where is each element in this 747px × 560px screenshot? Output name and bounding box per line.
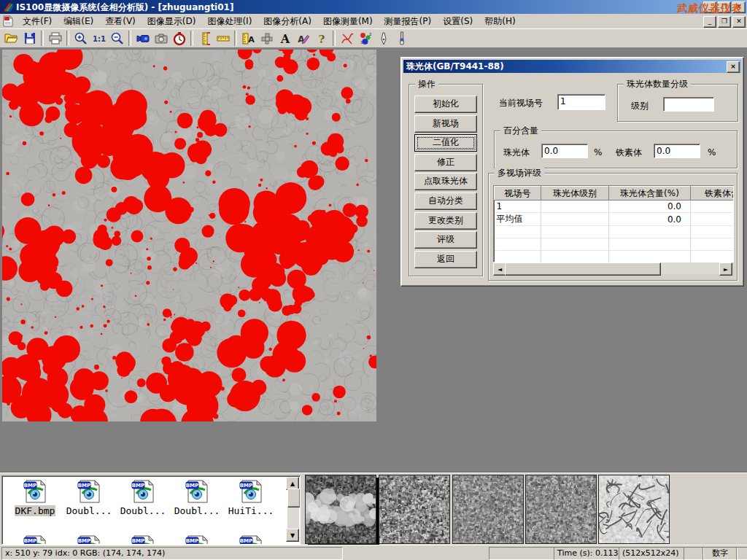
- tile-button[interactable]: [258, 30, 276, 47]
- file-item[interactable]: BMP: [227, 534, 275, 545]
- measure-text-button[interactable]: A: [239, 30, 258, 47]
- child-minimize-button[interactable]: _: [703, 16, 716, 28]
- annotate-icon: A: [296, 31, 311, 46]
- op-button-4[interactable]: 修正: [414, 154, 477, 171]
- window-titlebar[interactable]: IS100显微摄像系统(金相分析版) - [zhuguangti01] _ ❐ …: [0, 0, 747, 14]
- menu-item[interactable]: 编辑(E): [58, 14, 99, 29]
- menu-item[interactable]: 图像处理(I): [201, 14, 258, 29]
- print-button[interactable]: [46, 30, 64, 47]
- pen-button[interactable]: [374, 30, 392, 47]
- table-cell: [691, 251, 735, 263]
- metallographic-image[interactable]: [2, 50, 376, 421]
- table-cell: [691, 226, 735, 238]
- table-row[interactable]: 10.0: [495, 201, 735, 213]
- print-icon: [48, 31, 63, 46]
- file-item[interactable]: BMPDKF.bmp: [11, 479, 59, 516]
- menu-item[interactable]: 查看(V): [99, 14, 142, 29]
- op-button-1[interactable]: 初始化: [414, 96, 477, 113]
- caliper-v-icon: [198, 31, 212, 46]
- rating-table[interactable]: 视场号珠光体级别珠光体含量(%)铁素体含量(%) 10.0平均值0.0: [493, 185, 734, 262]
- column-header: 珠光体含量(%): [609, 187, 691, 201]
- op-button-8[interactable]: 评级: [414, 231, 477, 249]
- zoom-out-icon: [110, 31, 125, 46]
- child-close-button[interactable]: ✕: [732, 16, 746, 28]
- menu-item[interactable]: 帮助(H): [479, 14, 521, 29]
- status-bar: x: 510 y: 79 idx: 0 RGB: (174, 174, 174)…: [0, 545, 747, 560]
- image-thumbnail[interactable]: [452, 475, 524, 544]
- current-field-input[interactable]: 1: [557, 94, 605, 110]
- op-button-7[interactable]: 更改类别: [414, 212, 477, 230]
- restore-button[interactable]: ❐: [718, 1, 731, 13]
- toolbar-separator: [128, 31, 131, 46]
- file-item[interactable]: BMP: [11, 534, 59, 545]
- open-file-button[interactable]: [2, 30, 20, 47]
- pearlite-input[interactable]: 0.0: [541, 144, 588, 158]
- image-thumbnail[interactable]: [379, 475, 450, 544]
- table-row[interactable]: [495, 238, 735, 251]
- menu-item[interactable]: 设置(S): [437, 14, 479, 29]
- menu-item[interactable]: 测量报告(P): [379, 14, 438, 29]
- image-thumbnail[interactable]: [598, 475, 670, 544]
- file-name: DKF.bmp: [15, 505, 56, 516]
- file-list-vscrollbar[interactable]: ▲ ▼: [287, 477, 299, 542]
- op-button-6[interactable]: 自动分类: [414, 192, 477, 210]
- close-button[interactable]: ✕: [732, 1, 746, 13]
- help-button[interactable]: ?: [312, 30, 330, 47]
- timer-button[interactable]: [170, 30, 188, 47]
- brush-button[interactable]: [392, 30, 411, 47]
- count-button[interactable]: 23: [356, 30, 374, 47]
- menu-item[interactable]: 文件(F): [17, 14, 58, 29]
- op-button-2[interactable]: 新视场: [414, 115, 477, 133]
- column-header: 珠光体级别: [541, 187, 609, 201]
- menu-item[interactable]: 图像分析(A): [258, 14, 317, 29]
- menu-item[interactable]: 图像显示(D): [142, 14, 202, 29]
- table-row[interactable]: [495, 251, 735, 263]
- capture-icon: [154, 31, 169, 46]
- save-button[interactable]: [20, 30, 39, 47]
- curve-button[interactable]: [338, 30, 356, 47]
- svg-text:BMP: BMP: [186, 483, 198, 489]
- file-item[interactable]: BMP: [173, 534, 221, 545]
- text-label-button[interactable]: A: [276, 30, 294, 47]
- table-cell: [609, 226, 691, 238]
- table-row[interactable]: 平均值0.0: [495, 213, 735, 226]
- op-button-5[interactable]: 点取珠光体: [414, 173, 477, 190]
- file-item[interactable]: BMP: [65, 534, 113, 545]
- menu-item[interactable]: 图像测量(M): [317, 14, 379, 29]
- capture-button[interactable]: [152, 30, 170, 47]
- table-row[interactable]: [495, 226, 735, 238]
- app-icon: [3, 1, 14, 12]
- file-item[interactable]: BMPDoubl...: [65, 479, 113, 516]
- child-restore-button[interactable]: ❐: [718, 16, 731, 28]
- caliper-v-button[interactable]: [196, 30, 214, 47]
- minimize-button[interactable]: _: [703, 1, 716, 13]
- image-thumbnail[interactable]: [525, 475, 597, 544]
- actual-size-button[interactable]: 1:1: [90, 30, 108, 47]
- file-name: Doubl...: [174, 505, 221, 516]
- file-item[interactable]: BMPDoubl...: [173, 479, 221, 516]
- file-item[interactable]: BMPHuiTi...: [227, 479, 275, 516]
- op-button-3[interactable]: 二值化: [414, 134, 477, 152]
- zoom-out-button[interactable]: [108, 30, 126, 47]
- zoom-in-button[interactable]: [71, 30, 90, 47]
- annotate-button[interactable]: A: [294, 30, 312, 47]
- dialog-close-button[interactable]: ×: [727, 61, 740, 73]
- hscrollbar-thumb[interactable]: [505, 262, 661, 276]
- table-cell: [541, 201, 609, 213]
- op-button-9[interactable]: 返回: [414, 251, 477, 268]
- vscrollbar-thumb[interactable]: [287, 489, 301, 508]
- dialog-titlebar[interactable]: 珠光体(GB/T9441-88) ×: [403, 60, 741, 73]
- video-camera-button[interactable]: [133, 30, 152, 47]
- svg-text:2: 2: [369, 32, 371, 36]
- ferrite-input[interactable]: 0.0: [654, 144, 700, 158]
- file-list[interactable]: ▲ ▼ BMPDKF.bmpBMPBMPDoubl...BMPBMPDoubl.…: [1, 475, 301, 545]
- scroll-down-button[interactable]: ▼: [286, 529, 299, 542]
- image-thumbnail[interactable]: [305, 475, 376, 544]
- scroll-right-button[interactable]: ►: [719, 262, 732, 276]
- ruler-h-button[interactable]: [214, 30, 232, 47]
- grade-input[interactable]: [663, 97, 714, 112]
- file-item[interactable]: BMP: [119, 534, 167, 545]
- svg-text:BMP: BMP: [240, 483, 252, 489]
- file-item[interactable]: BMPDoubl...: [119, 479, 167, 516]
- table-hscrollbar[interactable]: ◄ ►: [493, 262, 732, 274]
